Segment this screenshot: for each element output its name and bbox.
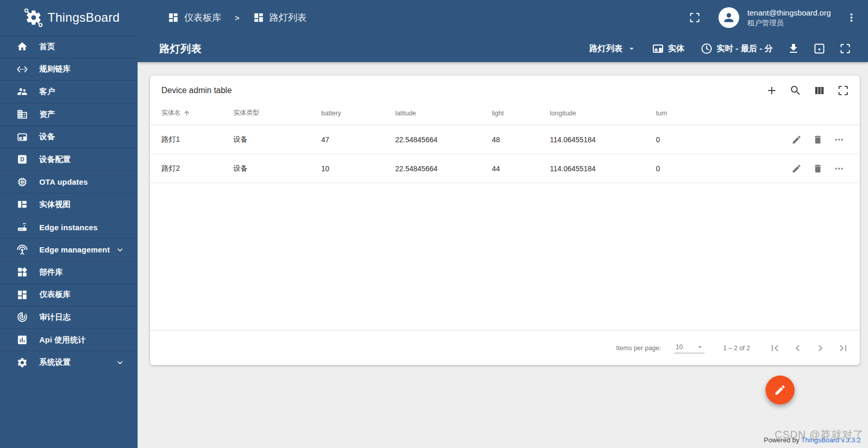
edge-management-icon	[17, 244, 28, 256]
cell-longitude: 114.06455184	[550, 165, 656, 173]
sidebar-item-devices[interactable]: 设备	[0, 125, 138, 148]
avatar[interactable]	[719, 7, 739, 28]
widget-header: Device admin table	[150, 76, 860, 101]
sidebar-item-audit-logs[interactable]: 审计日志	[0, 306, 138, 328]
search-icon	[789, 84, 802, 97]
widget-title: Device admin table	[161, 86, 232, 95]
user-menu-button[interactable]	[845, 11, 858, 24]
previous-page-button[interactable]	[791, 342, 804, 354]
clock-icon	[700, 42, 713, 55]
row-more-button[interactable]	[834, 163, 844, 174]
fullscreen-button[interactable]	[689, 11, 701, 24]
dashboard-image-button[interactable]	[810, 39, 829, 58]
column-header-entity-name[interactable]: 实体名	[161, 109, 228, 117]
table-row[interactable]: 路灯2 设备 10 22.54845664 44 114.06455184 0	[150, 154, 860, 183]
dashboard-toolbar: 路灯列表 路灯列表 实体 实时 - 最后 - 分	[138, 35, 868, 62]
sidebar-item-entity-views[interactable]: 实体视图	[0, 193, 138, 216]
sidebar-item-customers[interactable]: 客户	[0, 80, 138, 103]
cell-light: 48	[492, 136, 550, 144]
trash-icon	[813, 135, 823, 145]
last-page-icon	[837, 342, 849, 354]
sidebar-item-edge-instances[interactable]: Edge instances	[0, 216, 138, 238]
edge-instances-icon	[17, 221, 28, 233]
dashboard-state-selector[interactable]: 路灯列表	[586, 40, 640, 57]
cell-light: 44	[492, 165, 550, 173]
sidebar-item-assets[interactable]: 资产	[0, 103, 138, 126]
sidebar-item-ota-updates[interactable]: OTA updates	[0, 171, 138, 193]
column-header-entity-type[interactable]: 实体类型	[233, 109, 316, 117]
column-header-light[interactable]: light	[492, 110, 545, 117]
column-header-turn[interactable]: turn	[656, 110, 777, 117]
columns-settings-button[interactable]	[813, 84, 826, 97]
page-size-select[interactable]: 10	[675, 342, 705, 353]
thingsboard-version-link[interactable]: ThingsBoard v.3.3.2	[801, 436, 861, 444]
row-more-button[interactable]	[834, 135, 844, 145]
more-horiz-icon	[834, 135, 844, 145]
cell-entity-name: 路灯1	[150, 135, 233, 144]
page-title: 路灯列表	[159, 42, 202, 56]
edit-row-button[interactable]	[791, 135, 802, 145]
top-header: 仪表板库 > 路灯列表 tenant@thingsboard.org 租户管理员	[138, 0, 868, 62]
delete-row-button[interactable]	[813, 163, 823, 174]
cell-battery: 47	[321, 136, 395, 144]
breadcrumb-item-dashboards[interactable]: 仪表板库	[168, 11, 221, 24]
export-dashboard-button[interactable]	[784, 39, 803, 58]
user-info: tenant@thingsboard.org 租户管理员	[747, 8, 831, 27]
device-profiles-icon: D	[17, 154, 28, 165]
column-header-battery[interactable]: battery	[321, 110, 390, 117]
table-paginator: Items per page: 10 1 – 2 of 2	[150, 330, 860, 365]
chevron-left-icon	[791, 342, 804, 354]
delete-row-button[interactable]	[813, 135, 823, 145]
widget-fullscreen-button[interactable]	[837, 84, 849, 97]
column-header-latitude[interactable]: latitude	[395, 110, 487, 117]
audit-logs-icon	[17, 311, 28, 323]
image-icon	[813, 42, 826, 55]
table-row[interactable]: 路灯1 设备 47 22.54845664 48 114.06455184 0	[150, 125, 860, 154]
customers-icon	[17, 86, 28, 97]
sidebar-item-rule-chains[interactable]: 规则链库	[0, 58, 138, 81]
toolbar-fullscreen-button[interactable]	[836, 39, 855, 58]
more-horiz-icon	[834, 163, 844, 174]
powered-by-footer: Powered by ThingsBoard v.3.3.2	[764, 436, 861, 444]
cell-turn: 0	[656, 136, 782, 144]
cell-entity-type: 设备	[233, 135, 321, 144]
chevron-right-icon	[814, 342, 827, 354]
edit-dashboard-fab[interactable]	[766, 376, 795, 405]
sidebar-item-edge-management[interactable]: Edge management	[0, 238, 138, 261]
breadcrumb-bar: 仪表板库 > 路灯列表 tenant@thingsboard.org 租户管理员	[138, 0, 868, 35]
entity-views-icon	[17, 199, 28, 210]
app-logo[interactable]: ThingsBoard	[0, 0, 138, 35]
app-title: ThingsBoard	[48, 10, 119, 25]
timewindow-button[interactable]: 实时 - 最后 - 分	[696, 39, 777, 58]
cell-entity-type: 设备	[233, 164, 321, 173]
first-page-button[interactable]	[769, 342, 781, 354]
column-header-longitude[interactable]: longitude	[550, 110, 651, 117]
sidebar-item-device-profiles[interactable]: D 设备配置	[0, 148, 138, 171]
page-range-label: 1 – 2 of 2	[723, 345, 750, 352]
next-page-button[interactable]	[814, 342, 827, 354]
dashboard-icon	[168, 12, 179, 23]
ota-updates-icon	[17, 176, 28, 188]
last-page-button[interactable]	[837, 342, 849, 354]
breadcrumb-item-current-dashboard[interactable]: 路灯列表	[253, 11, 307, 24]
sidebar-item-dashboards[interactable]: 仪表板库	[0, 283, 138, 306]
dashboards-icon	[17, 289, 28, 301]
entity-alias-button[interactable]: 实体	[648, 39, 689, 58]
search-button[interactable]	[789, 84, 802, 97]
pencil-icon	[774, 384, 786, 396]
sidebar-item-widgets-library[interactable]: 部件库	[0, 261, 138, 283]
caret-down-icon	[627, 44, 636, 53]
download-icon	[787, 42, 800, 55]
api-usage-icon	[17, 334, 28, 346]
assets-icon	[17, 109, 28, 120]
edit-row-button[interactable]	[791, 163, 802, 174]
breadcrumb-separator: >	[228, 13, 247, 22]
add-entity-button[interactable]	[766, 84, 778, 97]
sidebar-item-home[interactable]: 首页	[0, 35, 138, 58]
fullscreen-icon	[837, 84, 849, 97]
device-admin-table-widget: Device admin table 实体名	[150, 76, 860, 365]
sidebar-item-system-settings[interactable]: 系统设置	[0, 351, 138, 374]
first-page-icon	[769, 342, 781, 354]
sidebar-item-api-usage[interactable]: Api 使用统计	[0, 328, 138, 351]
cell-latitude: 22.54845664	[395, 136, 492, 144]
